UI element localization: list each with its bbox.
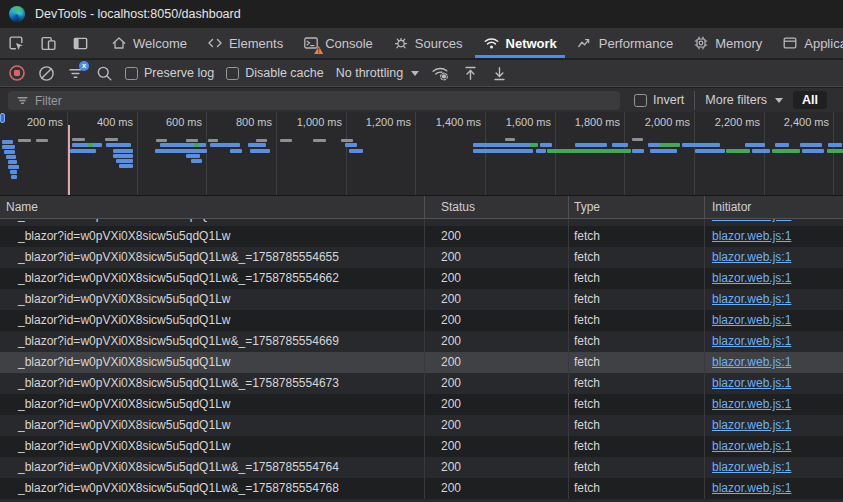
initiator-link[interactable]: blazor.web.js:1 <box>712 397 791 411</box>
table-row[interactable]: _blazor?id=w0pVXi0X8sicw5u5qdQ1Lw200fetc… <box>0 394 843 415</box>
column-header-initiator[interactable]: Initiator <box>705 196 843 218</box>
cell-initiator: blazor.web.js:1 <box>705 247 843 268</box>
table-row[interactable]: _blazor?id=w0pVXi0X8sicw5u5qdQ1Lw&_=1758… <box>0 331 843 352</box>
request-overview-bar <box>341 139 353 142</box>
initiator-link[interactable]: blazor.web.js:1 <box>712 271 791 285</box>
clear-network-log-icon[interactable] <box>38 65 55 82</box>
clipped-top-row[interactable]: _blazor?id=w0pVXi0X8sicw5u5qdQ1Lw200fetc… <box>0 219 843 226</box>
column-header-type[interactable]: Type <box>569 196 705 218</box>
table-row[interactable]: _blazor?id=w0pVXi0X8sicw5u5qdQ1Lw&_=1758… <box>0 247 843 268</box>
dock-side-icon[interactable] <box>72 35 89 52</box>
request-overview-bar <box>72 143 102 147</box>
cell-status: 200 <box>425 289 569 310</box>
request-overview-bar <box>540 143 552 147</box>
tab-sources[interactable]: Sources <box>383 28 473 58</box>
initiator-link[interactable]: blazor.web.js:1 <box>712 418 791 432</box>
table-row[interactable]: _blazor?id=w0pVXi0X8sicw5u5qdQ1Lw&_=1758… <box>0 373 843 394</box>
inspect-icon[interactable] <box>8 35 25 52</box>
request-overview-bar <box>505 138 515 141</box>
initiator-link[interactable]: blazor.web.js:1 <box>712 292 791 306</box>
network-overview-timeline[interactable]: 200 ms400 ms600 ms800 ms1,000 ms1,200 ms… <box>0 112 843 196</box>
initiator-link[interactable]: blazor.web.js:1 <box>712 376 791 390</box>
home-icon <box>111 35 127 51</box>
request-overview-bar <box>113 154 133 158</box>
timeline-tick-label: 2,200 ms <box>698 116 760 130</box>
initiator-link[interactable]: blazor.web.js:1 <box>712 334 791 348</box>
tab-elements[interactable]: Elements <box>197 28 293 58</box>
table-row[interactable]: _blazor?id=w0pVXi0X8sicw5u5qdQ1Lw&_=1758… <box>0 478 843 499</box>
request-overview-bar <box>772 149 800 153</box>
table-row[interactable]: _blazor?id=w0pVXi0X8sicw5u5qdQ1Lw&_=1758… <box>0 268 843 289</box>
app-window-icon <box>782 35 798 51</box>
timeline-tick-label: 600 ms <box>140 116 202 130</box>
cell-status: 200 <box>425 394 569 415</box>
table-row[interactable]: _blazor?id=w0pVXi0X8sicw5u5qdQ1Lw200fetc… <box>0 219 843 226</box>
search-icon[interactable] <box>96 65 113 82</box>
tab-memory[interactable]: Memory <box>683 28 772 58</box>
initiator-link[interactable]: blazor.web.js:1 <box>712 460 791 474</box>
table-row[interactable]: _blazor?id=w0pVXi0X8sicw5u5qdQ1Lw&_=1758… <box>0 457 843 478</box>
initiator-link[interactable]: blazor.web.js:1 <box>712 219 791 222</box>
request-overview-bar <box>726 149 750 153</box>
initiator-link[interactable]: blazor.web.js:1 <box>712 229 791 243</box>
initiator-link[interactable]: blazor.web.js:1 <box>712 355 791 369</box>
panel-tab-bar: WelcomeElements!ConsoleSourcesNetworkPer… <box>0 28 843 59</box>
cell-initiator: blazor.web.js:1 <box>705 352 843 373</box>
request-overview-bar <box>745 143 765 147</box>
table-row[interactable]: _blazor?id=w0pVXi0X8sicw5u5qdQ1Lw200fetc… <box>0 436 843 457</box>
cell-name: _blazor?id=w0pVXi0X8sicw5u5qdQ1Lw&_=1758… <box>0 457 425 478</box>
network-conditions-icon[interactable] <box>431 64 450 82</box>
table-row[interactable]: _blazor?id=w0pVXi0X8sicw5u5qdQ1Lw200fetc… <box>0 310 843 331</box>
record-network-log-button[interactable] <box>8 64 26 82</box>
preserve-log-control: Preserve log <box>125 66 214 80</box>
disable-cache-checkbox[interactable] <box>226 67 239 80</box>
cell-name: _blazor?id=w0pVXi0X8sicw5u5qdQ1Lw <box>0 219 425 226</box>
table-row[interactable]: _blazor?id=w0pVXi0X8sicw5u5qdQ1Lw200fetc… <box>0 289 843 310</box>
cell-type: fetch <box>569 289 705 310</box>
throttling-select[interactable]: No throttling <box>336 66 419 80</box>
table-row[interactable]: _blazor?id=w0pVXi0X8sicw5u5qdQ1Lw200fetc… <box>0 226 843 247</box>
cell-type: fetch <box>569 310 705 331</box>
tab-performance[interactable]: Performance <box>567 28 683 58</box>
cell-initiator: blazor.web.js:1 <box>705 436 843 457</box>
invert-checkbox[interactable] <box>634 94 647 107</box>
cell-initiator: blazor.web.js:1 <box>705 226 843 247</box>
filter-input[interactable] <box>8 91 620 110</box>
request-overview-bar <box>191 159 202 163</box>
export-har-icon[interactable] <box>491 65 508 82</box>
request-overview-bar <box>612 143 628 147</box>
cell-type: fetch <box>569 478 705 499</box>
request-overview-bar <box>4 150 15 154</box>
preserve-log-checkbox[interactable] <box>125 67 138 80</box>
column-header-name[interactable]: Name <box>0 196 425 218</box>
more-filters-button[interactable]: More filters <box>705 93 783 107</box>
column-header-status[interactable]: Status <box>425 196 569 218</box>
table-row[interactable]: _blazor?id=w0pVXi0X8sicw5u5qdQ1Lw200fetc… <box>0 415 843 436</box>
request-overview-bar <box>695 149 725 153</box>
import-har-icon[interactable] <box>462 65 479 82</box>
table-row[interactable]: _blazor?id=w0pVXi0X8sicw5u5qdQ1Lw200fetc… <box>0 352 843 373</box>
request-overview-bar <box>530 143 538 147</box>
initiator-link[interactable]: blazor.web.js:1 <box>712 313 791 327</box>
initiator-link[interactable]: blazor.web.js:1 <box>712 481 791 495</box>
request-overview-bar <box>349 149 363 153</box>
device-emulation-icon[interactable] <box>40 35 57 52</box>
overview-left-handle[interactable] <box>0 113 5 123</box>
cell-type: fetch <box>569 226 705 247</box>
filter-toggle-icon[interactable]: x <box>67 65 84 82</box>
request-type-all-button[interactable]: All <box>793 91 827 109</box>
cell-type: fetch <box>569 268 705 289</box>
tab-console[interactable]: !Console <box>293 28 383 58</box>
timeline-tick-label: 2,000 ms <box>628 116 690 130</box>
initiator-link[interactable]: blazor.web.js:1 <box>712 250 791 264</box>
timeline-tick-label: 400 ms <box>71 116 133 130</box>
tab-application[interactable]: Application <box>772 28 843 58</box>
initiator-link[interactable]: blazor.web.js:1 <box>712 439 791 453</box>
tab-label: Memory <box>715 36 762 51</box>
filter-separator <box>694 91 695 110</box>
cell-name: _blazor?id=w0pVXi0X8sicw5u5qdQ1Lw&_=1758… <box>0 478 425 499</box>
cell-initiator: blazor.web.js:1 <box>705 219 843 226</box>
tab-welcome[interactable]: Welcome <box>101 28 197 58</box>
timeline-gridline <box>485 112 486 196</box>
tab-network[interactable]: Network <box>473 28 567 58</box>
